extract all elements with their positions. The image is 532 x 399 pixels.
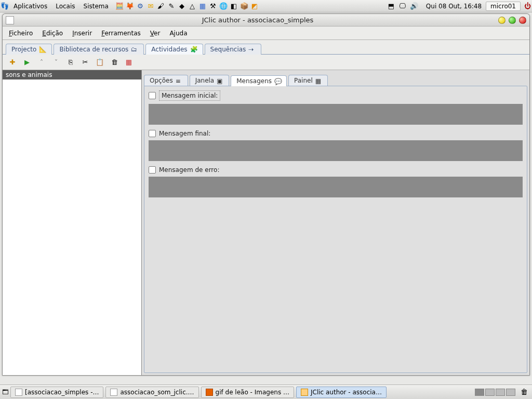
app-icon <box>6 16 14 24</box>
main-tabs: Projecto📐 Biblioteca de recursos🗂 Activi… <box>3 40 529 55</box>
titlebar[interactable]: JClic author - associacao_simples <box>3 14 529 26</box>
clock[interactable]: Qui 08 Out, 16:48 <box>422 3 486 10</box>
jclic-icon[interactable]: ◩ <box>250 2 259 11</box>
kdevelop-icon[interactable]: ⚒ <box>208 2 218 11</box>
table-icon[interactable]: ▦ <box>198 2 207 11</box>
error-message-area[interactable] <box>149 177 523 197</box>
tab-janela[interactable]: Janela▣ <box>190 75 230 86</box>
move-up-button[interactable]: ˄ <box>37 58 46 67</box>
volume-icon[interactable]: 🔊 <box>409 2 419 11</box>
paste-button[interactable]: 📋 <box>95 58 104 67</box>
hostname[interactable]: micro01 <box>486 2 521 11</box>
task-nautilus[interactable]: associacao_som_jclic.… <box>105 387 198 398</box>
menu-inserir[interactable]: Inserir <box>72 30 92 37</box>
editor-tabs: Opções≡ Janela▣ Mensagens💬 Painel▦ <box>144 72 527 86</box>
label-initial-message: Mensagem inicial: <box>159 90 220 101</box>
window-icon: ▣ <box>217 77 223 84</box>
activities-icon: 🧩 <box>190 46 197 53</box>
delete-button[interactable]: 🗑 <box>110 58 119 67</box>
kig-icon[interactable]: △ <box>188 2 197 11</box>
grid-button[interactable]: ▦ <box>124 58 134 67</box>
inkscape-icon[interactable]: ◆ <box>177 2 187 11</box>
activities-list[interactable]: sons e animais <box>3 70 142 375</box>
messages-panel: Mensagem inicial: Mensagem final: Mensag… <box>144 86 527 373</box>
shutdown-icon[interactable]: ⏻ <box>523 2 532 11</box>
trash-icon[interactable]: 🗑 <box>521 388 530 397</box>
activity-editor: Opções≡ Janela▣ Mensagens💬 Painel▦ Mensa… <box>142 70 529 375</box>
firefox-icon[interactable]: 🦊 <box>125 2 135 11</box>
close-button[interactable] <box>519 17 526 24</box>
checkbox-error-message[interactable] <box>149 166 156 174</box>
menu-ferramentas[interactable]: Ferramentas <box>101 30 141 37</box>
tab-painel[interactable]: Painel▦ <box>288 75 328 86</box>
display-icon[interactable]: 🖵 <box>398 2 407 11</box>
tab-actividades[interactable]: Actividades🧩 <box>145 44 203 55</box>
body-split: sons e animais Opções≡ Janela▣ Mensagens… <box>3 70 529 375</box>
terminal-icon[interactable]: ◧ <box>229 2 238 11</box>
final-message-area[interactable] <box>149 140 523 161</box>
tab-mensagens[interactable]: Mensagens💬 <box>231 75 287 86</box>
workspace-1[interactable] <box>475 389 484 396</box>
gnome-foot-icon: 👣 <box>0 2 9 11</box>
label-error-message: Mensagem de erro: <box>159 166 219 174</box>
sequences-icon: ⇢ <box>248 46 256 53</box>
tab-sequencias[interactable]: Sequências⇢ <box>205 44 262 55</box>
checkbox-final-message[interactable] <box>149 130 156 137</box>
tab-projecto[interactable]: Projecto📐 <box>6 44 52 55</box>
cut-button[interactable]: ✂ <box>81 58 90 67</box>
list-item[interactable]: sons e animais <box>3 70 141 79</box>
gnome-menu-places[interactable]: Locais <box>51 3 79 10</box>
move-down-button[interactable]: ˅ <box>51 58 61 67</box>
update-icon[interactable]: ⬒ <box>387 2 396 11</box>
workspace-2[interactable] <box>485 389 495 396</box>
package-icon[interactable]: 📦 <box>240 2 249 11</box>
gnome-top-panel: 👣 Aplicativos Locais Sistema 🧮 🦊 ⚙ ✉ 🖌 ✎… <box>0 0 532 12</box>
label-final-message: Mensagem final: <box>159 130 210 137</box>
firefox-task-icon <box>206 389 213 396</box>
calc-icon[interactable]: 🧮 <box>115 2 124 11</box>
menu-ajuda[interactable]: Ajuda <box>169 30 187 37</box>
app-window: JClic author - associacao_simples Fichei… <box>2 14 530 376</box>
maximize-button[interactable] <box>509 17 516 24</box>
tab-opcoes[interactable]: Opções≡ <box>144 75 188 86</box>
globe-icon[interactable]: 🌐 <box>219 2 228 11</box>
messages-icon: 💬 <box>274 78 281 85</box>
initial-message-area[interactable] <box>149 104 523 125</box>
launcher-icons: 🧮 🦊 ⚙ ✉ 🖌 ✎ ◆ △ ▦ ⚒ 🌐 ◧ 📦 ◩ <box>113 2 261 11</box>
task-firefox[interactable]: gif de leão - Imagens … <box>201 387 294 398</box>
menu-ficheiro[interactable]: Ficheiro <box>9 30 33 37</box>
menu-ver[interactable]: Ver <box>150 30 161 37</box>
task-gedit[interactable]: [associacao_simples -… <box>10 387 103 398</box>
workspace-switcher[interactable] <box>475 389 515 396</box>
workspace-3[interactable] <box>496 389 505 396</box>
scribus-icon[interactable]: ✎ <box>167 2 176 11</box>
resources-icon: 🗂 <box>131 46 138 53</box>
tab-biblioteca[interactable]: Biblioteca de recursos🗂 <box>54 44 144 55</box>
options-icon: ≡ <box>176 77 182 84</box>
jclic-task-icon <box>301 389 308 396</box>
gnome-menu-system[interactable]: Sistema <box>79 3 113 10</box>
panel-icon: ▦ <box>315 77 322 84</box>
system-tray: ⬒ 🖵 🔊 <box>383 2 422 11</box>
gnome-bottom-panel: 🗔 [associacao_simples -… associacao_som_… <box>0 384 532 399</box>
workspace-4[interactable] <box>506 389 515 396</box>
task-jclic[interactable]: JClic author - associa… <box>296 387 387 398</box>
menu-edicao[interactable]: Edição <box>42 30 63 37</box>
minimize-button[interactable] <box>498 17 506 24</box>
checkbox-initial-message[interactable] <box>149 92 156 99</box>
menubar: Ficheiro Edição Inserir Ferramentas Ver … <box>3 26 529 40</box>
new-activity-button[interactable]: ✚ <box>8 58 17 67</box>
activities-toolbar: ✚ ▶ ˄ ˅ ⎘ ✂ 📋 🗑 ▦ <box>3 55 529 70</box>
text-editor-icon <box>15 389 22 396</box>
amsn-icon[interactable]: ✉ <box>146 2 155 11</box>
show-desktop-icon[interactable]: 🗔 <box>2 389 8 396</box>
copy-button[interactable]: ⎘ <box>66 58 75 67</box>
gnome-menu-applications[interactable]: Aplicativos <box>9 3 51 10</box>
folder-icon <box>110 389 117 396</box>
play-button[interactable]: ▶ <box>22 58 32 67</box>
kde-icon[interactable]: ⚙ <box>136 2 145 11</box>
gimp-icon[interactable]: 🖌 <box>156 2 166 11</box>
window-title: JClic author - associacao_simples <box>17 16 498 24</box>
project-icon: 📐 <box>39 46 46 53</box>
